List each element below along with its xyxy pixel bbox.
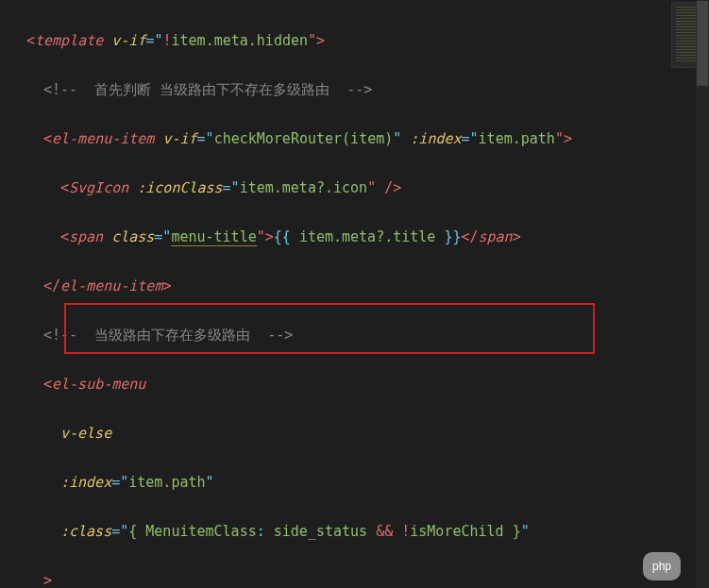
code-line: </el-menu-item> — [26, 274, 709, 298]
code-line: <!-- 首先判断 当级路由下不存在多级路由 --> — [26, 77, 709, 102]
code-line: <el-menu-item v-if="checkMoreRouter(item… — [26, 126, 709, 151]
php-watermark: php — [643, 552, 681, 580]
code-line: <template v-if="!item.meta.hidden"> — [26, 28, 709, 53]
code-line: :index="item.path" — [26, 470, 709, 495]
code-line: > — [26, 568, 709, 588]
code-line: <span class="menu-title">{{ item.meta?.t… — [26, 225, 709, 249]
code-line: :class="{ MenuitemClass: side_status && … — [26, 519, 709, 544]
code-line: <SvgIcon :iconClass="item.meta?.icon" /> — [26, 176, 709, 200]
code-editor[interactable]: <template v-if="!item.meta.hidden"> <!--… — [0, 0, 709, 588]
code-line: <!-- 当级路由下存在多级路由 --> — [26, 323, 709, 347]
code-line: v-else — [26, 421, 709, 445]
code-line: <el-sub-menu — [26, 372, 709, 396]
